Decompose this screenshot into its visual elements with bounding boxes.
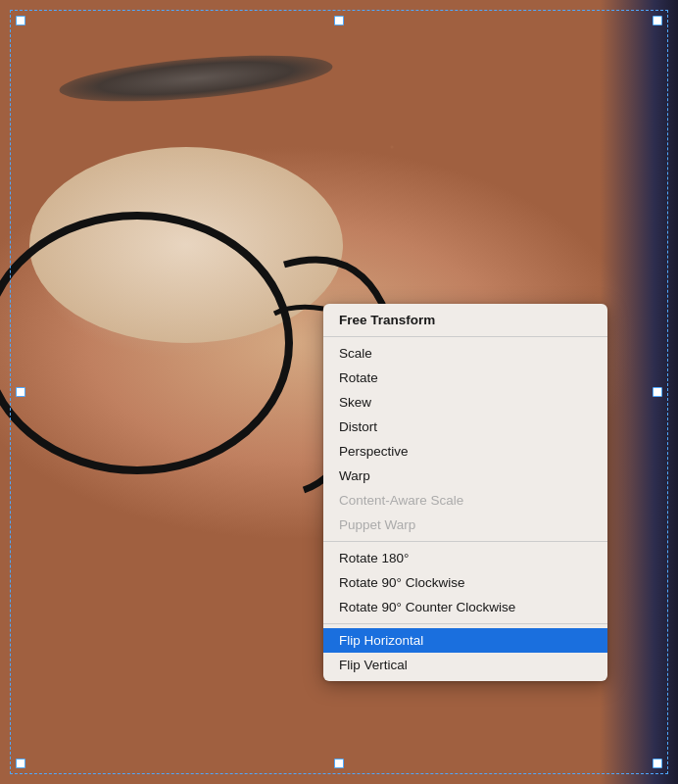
menu-item-rotate-180[interactable]: Rotate 180°: [323, 546, 607, 570]
menu-item-puppet-warp: Puppet Warp: [323, 513, 607, 537]
menu-item-rotate-90-ccw[interactable]: Rotate 90° Counter Clockwise: [323, 595, 607, 619]
menu-item-flip-horizontal[interactable]: Flip Horizontal: [323, 628, 607, 653]
menu-item-perspective[interactable]: Perspective: [323, 439, 607, 464]
menu-item-flip-vertical[interactable]: Flip Vertical: [323, 653, 607, 677]
menu-item-distort[interactable]: Distort: [323, 415, 607, 439]
svg-point-0: [0, 216, 289, 470]
menu-item-warp[interactable]: Warp: [323, 464, 607, 488]
menu-divider-divider-3: [323, 623, 607, 624]
menu-item-rotate[interactable]: Rotate: [323, 366, 607, 390]
canvas: Free TransformScaleRotateSkewDistortPers…: [0, 0, 678, 784]
menu-item-content-aware-scale: Content-Aware Scale: [323, 488, 607, 513]
context-menu: Free TransformScaleRotateSkewDistortPers…: [323, 304, 607, 681]
right-dark-area: [600, 0, 678, 784]
menu-item-free-transform[interactable]: Free Transform: [323, 308, 607, 332]
menu-divider-divider-2: [323, 541, 607, 542]
menu-item-scale[interactable]: Scale: [323, 341, 607, 366]
menu-item-rotate-90-cw[interactable]: Rotate 90° Clockwise: [323, 570, 607, 595]
menu-item-skew[interactable]: Skew: [323, 390, 607, 415]
menu-divider-divider-1: [323, 336, 607, 337]
